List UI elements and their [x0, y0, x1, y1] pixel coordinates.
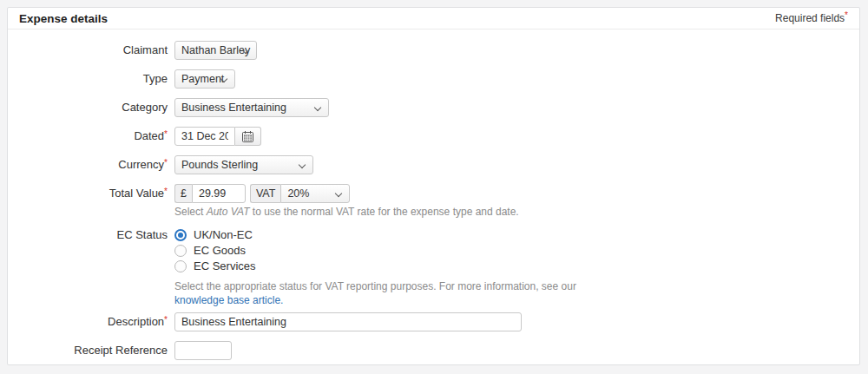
dated-row: Dated*	[8, 127, 859, 146]
panel-header: Expense details Required fields*	[8, 8, 859, 30]
required-fields-note: Required fields*	[775, 12, 848, 24]
radio-uk-non-ec[interactable]	[174, 229, 187, 241]
description-row: Description*	[8, 312, 859, 331]
ec-status-row: EC Status UK/Non-EC EC Goods EC Services…	[8, 228, 859, 312]
calendar-icon	[242, 131, 253, 142]
category-select-value: Business Entertaining	[181, 102, 286, 114]
required-asterisk: *	[164, 315, 168, 325]
radio-ec-goods[interactable]	[174, 245, 187, 257]
radio-uk-non-ec-label: UK/Non-EC	[194, 228, 253, 241]
expense-details-panel: Expense details Required fields* Claiman…	[7, 7, 860, 365]
currency-symbol-addon: £	[174, 184, 192, 203]
ec-status-option-goods[interactable]: EC Goods	[174, 244, 576, 257]
dated-label: Dated*	[8, 127, 174, 146]
claimant-select[interactable]: Nathan Barley	[174, 41, 257, 60]
required-asterisk: *	[164, 187, 168, 196]
currency-row: Currency* Pounds Sterling	[8, 155, 859, 174]
ec-status-helper-text: Select the appropriate status for VAT re…	[174, 280, 576, 307]
category-select[interactable]: Business Entertaining	[174, 98, 329, 117]
type-select[interactable]: Payment	[174, 69, 235, 89]
vat-rate-select-value: 20%	[287, 187, 309, 200]
type-row: Type Payment	[8, 69, 859, 89]
required-asterisk: *	[845, 10, 848, 20]
chevron-down-icon	[335, 190, 342, 197]
claimant-label: Claimant	[8, 41, 174, 60]
vat-rate-select[interactable]: 20%	[280, 184, 350, 203]
type-label: Type	[8, 69, 174, 89]
vat-helper-text: Select Auto VAT to use the normal VAT ra…	[174, 206, 519, 219]
claimant-select-value: Nathan Barley	[181, 44, 250, 56]
required-asterisk: *	[164, 129, 168, 139]
claimant-row: Claimant Nathan Barley	[8, 41, 859, 60]
calendar-button[interactable]	[235, 127, 261, 146]
expense-form: Claimant Nathan Barley Type Payment Cate…	[8, 30, 859, 360]
ec-status-option-uk[interactable]: UK/Non-EC	[174, 228, 576, 241]
description-input[interactable]	[174, 312, 522, 331]
receipt-reference-row: Receipt Reference	[8, 341, 859, 360]
radio-ec-services[interactable]	[174, 260, 187, 272]
chevron-down-icon	[299, 161, 306, 168]
currency-label: Currency*	[8, 155, 174, 174]
required-fields-text: Required fields	[775, 12, 845, 24]
type-select-value: Payment	[181, 73, 224, 85]
vat-addon-label: VAT	[250, 184, 280, 203]
category-label: Category	[8, 98, 174, 117]
description-label: Description*	[8, 312, 174, 331]
total-value-label: Total Value*	[8, 184, 174, 219]
chevron-down-icon	[314, 104, 321, 111]
radio-ec-goods-label: EC Goods	[194, 244, 246, 257]
category-row: Category Business Entertaining	[8, 98, 859, 117]
page-title: Expense details	[19, 12, 108, 25]
total-value-row: Total Value* £ VAT 20%	[8, 184, 859, 219]
receipt-reference-label: Receipt Reference	[8, 341, 174, 360]
required-asterisk: *	[164, 158, 168, 167]
currency-select-value: Pounds Sterling	[181, 159, 258, 171]
ec-status-label: EC Status	[8, 228, 174, 312]
dated-input[interactable]	[174, 127, 235, 146]
currency-select[interactable]: Pounds Sterling	[174, 155, 313, 174]
ec-status-option-services[interactable]: EC Services	[174, 259, 576, 272]
total-value-input[interactable]	[192, 184, 246, 203]
receipt-reference-input[interactable]	[174, 341, 232, 360]
knowledge-base-link[interactable]: knowledge base article.	[174, 294, 283, 307]
radio-ec-services-label: EC Services	[194, 259, 256, 272]
